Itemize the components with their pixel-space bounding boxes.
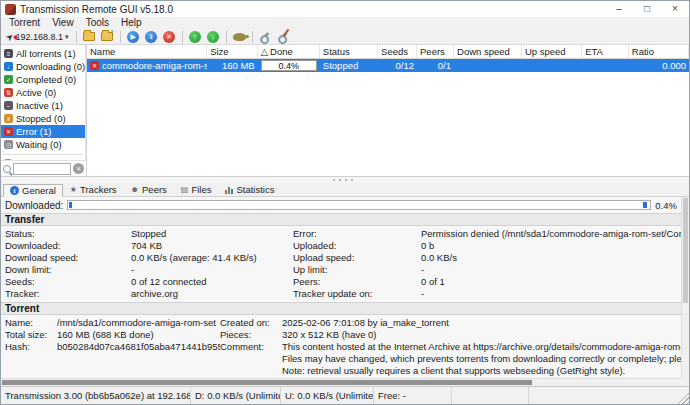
details-horizontal-scrollbar[interactable] [1,378,681,386]
connect-dropdown[interactable]: ➤ 192.168.8.1 ▾ [4,32,71,42]
remove-icon: ✕ [163,31,175,43]
down-limit-value: - [131,264,293,276]
seeds-value: 0 of 12 connected [131,276,293,288]
download-speed-status: D: 0.0 KB/s (Unlimited) [191,387,281,404]
details-vertical-scrollbar[interactable] [681,197,689,378]
resize-grip[interactable] [677,387,689,404]
menu-view[interactable]: View [46,17,80,29]
table-row[interactable]: ✕ commodore-amiga-rom-set 160 MB 0.4% St… [87,59,689,72]
pieces-value: 320 x 512 KB (have 0) [282,329,681,341]
column-header-status[interactable]: Status [320,45,378,58]
hash-value: b050284d07ca4681f05aba471441b955c2a3200d [57,341,220,353]
column-header-size[interactable]: Size [207,45,258,58]
torrent-seeds-cell: 0/12 [378,59,417,72]
arrow-up-icon: ↑ [189,31,201,43]
error-value: Permission denied (/mnt/sda1/commodore-a… [421,228,681,240]
downloading-icon: ↓ [4,62,13,71]
column-header-seeds[interactable]: Seeds [378,45,417,58]
app-options-button[interactable] [276,30,291,44]
host-address: 192.168.8.1 [16,32,64,42]
info-icon: i [10,186,19,195]
status-bar: Transmission 3.00 (bb6b5a062e) at 192.16… [1,386,689,404]
completed-icon: ✓ [4,75,13,84]
panel-splitter[interactable] [1,177,689,183]
torrent-status-cell: Stopped [320,59,378,72]
free-space-status: Free: - [374,387,452,404]
search-input[interactable] [13,163,71,175]
alt-speed-button[interactable] [232,30,247,44]
tab-general[interactable]: i General [3,184,63,197]
maximize-button[interactable]: □ [633,1,661,17]
scrollbar-corner [681,378,689,386]
done-progress: 0.4% [261,60,317,71]
tab-peers[interactable]: ☻ Peers [124,183,174,196]
menu-torrent[interactable]: Torrent [3,17,46,29]
app-logo-icon [5,4,16,15]
toolbar-separator [226,31,227,43]
wrench-screwdriver-icon [279,32,288,41]
stopped-icon: ‖ [4,114,13,123]
toolbar-separator [182,31,183,43]
torrent-peers-cell: 0/1 [417,59,454,72]
sidebar-item-error[interactable]: ✕ Error (1) [1,125,85,138]
torrent-options-button[interactable] [258,30,273,44]
torrent-size-cell: 160 MB [207,59,258,72]
torrent-down-speed-cell [454,59,522,72]
up-limit-value: - [421,264,681,276]
title-bar: Transmission Remote GUI v5.18.0 – □ × [1,1,689,17]
toolbar-separator [76,31,77,43]
chevron-down-icon: ▾ [65,33,69,41]
column-header-peers[interactable]: Peers [417,45,454,58]
queue-up-button[interactable]: ↑ [188,30,203,44]
tab-statistics[interactable]: Statistics [218,183,281,196]
download-speed-value: 0.0 KB/s (average: 41.4 KB/s) [131,252,293,264]
arrow-down-icon: ↓ [207,31,219,43]
file-icon: ▤ [181,186,189,194]
tab-files[interactable]: ▤ Files [174,183,219,196]
downloaded-progress-bar [67,200,651,210]
column-header-done[interactable]: △Done [258,45,320,58]
sidebar-item-stopped[interactable]: ‖ Stopped (0) [1,112,85,125]
sidebar-item-completed[interactable]: ✓ Completed (0) [1,73,85,86]
torrent-eta-cell [582,59,629,72]
transfer-grid: Status: Stopped Error: Permission denied… [1,226,681,302]
remove-torrent-button[interactable]: ✕ [162,30,177,44]
column-header-down-speed[interactable]: Down speed [454,45,522,58]
toolbar-separator [252,31,253,43]
column-header-name[interactable]: Name [87,45,207,58]
start-torrent-button[interactable]: ▶ [126,30,141,44]
sort-ascending-icon: △ [261,46,268,57]
column-header-ratio[interactable]: Ratio [629,45,689,58]
torrent-name-cell: ✕ commodore-amiga-rom-set [87,59,207,72]
minimize-button[interactable]: – [605,1,633,17]
filter-list: ≡ All torrents (1) ↓ Downloading (0) ✓ C… [1,45,85,160]
pause-torrent-button[interactable]: ‖ [144,30,159,44]
add-torrent-button[interactable] [82,30,97,44]
add-torrent-url-button[interactable]: ↑ [100,30,115,44]
sidebar-item-downloading[interactable]: ↓ Downloading (0) [1,60,85,73]
sidebar-item-waiting[interactable]: ◷ Waiting (0) [1,138,85,151]
details-vertical-scrollbar-thumb[interactable] [683,198,688,303]
close-button[interactable]: × [661,1,689,17]
downloaded-label: Downloaded: [5,200,63,211]
torrent-error-icon: ✕ [90,61,99,70]
sidebar-scrollbar[interactable] [85,45,86,160]
column-header-eta[interactable]: ETA [582,45,629,58]
clear-search-button[interactable]: × [73,163,84,174]
sidebar-item-all-torrents[interactable]: ≡ All torrents (1) [1,47,85,60]
menu-help[interactable]: Help [115,17,148,29]
comment-value: This content hosted at the Internet Arch… [282,341,681,378]
splitter-handle-icon[interactable] [333,179,357,181]
torrent-done-cell: 0.4% [258,59,320,72]
play-icon: ▶ [127,31,139,43]
downloaded-progress-row: Downloaded: 0.4% [1,197,681,213]
queue-down-button[interactable]: ↓ [206,30,221,44]
column-header-up-speed[interactable]: Up speed [522,45,582,58]
table-header: Name Size △Done Status Seeds Peers Down … [87,45,689,59]
tab-trackers[interactable]: ★ Trackers [63,183,124,196]
sidebar-item-active[interactable]: ⇅ Active (0) [1,86,85,99]
open-folder-icon [83,32,95,41]
peers-value: 0 of 1 [421,276,681,288]
details-horizontal-scrollbar-thumb[interactable] [2,380,532,385]
sidebar-item-inactive[interactable]: − Inactive (1) [1,99,85,112]
